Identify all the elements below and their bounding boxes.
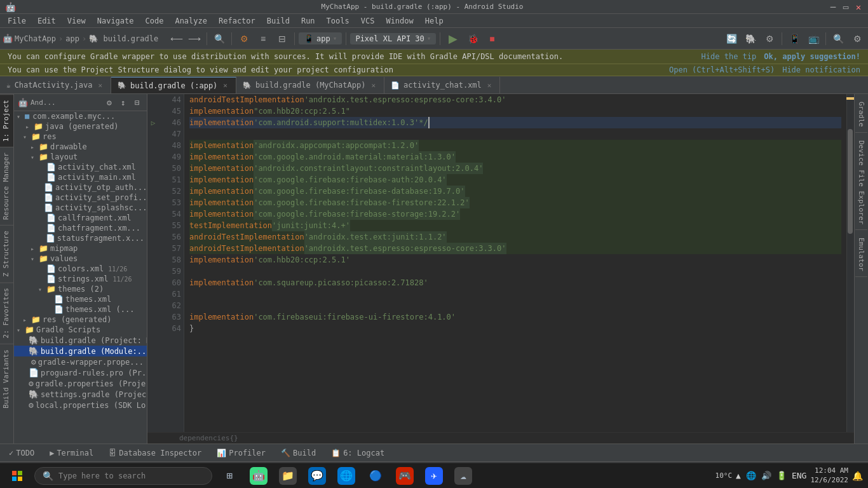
run-button[interactable]: ▶ (444, 30, 462, 48)
toolbar-btn-3[interactable]: ⚙ (236, 30, 252, 47)
taskbar-search-box[interactable]: 🔍 Type here to search (34, 467, 212, 485)
menu-file[interactable]: File (3, 15, 31, 27)
tray-network-icon[interactable]: 🌐 (746, 471, 756, 480)
tab-buildmychat[interactable]: 🐘 build.gradle (MyChatApp) ✕ (236, 77, 384, 93)
tree-item-root[interactable]: ▾■ com.example.myc... (14, 111, 147, 121)
sync-button[interactable]: 🔄 (723, 30, 740, 47)
taskbar-app-chat[interactable]: ✈ (422, 464, 446, 488)
taskbar-app-3[interactable]: 💬 (305, 464, 329, 488)
menu-window[interactable]: Window (381, 15, 418, 27)
tree-item-activity-main[interactable]: ▸📄 activity_main.xml (14, 172, 147, 182)
panel-tab-structure[interactable]: Z Structure (0, 225, 13, 282)
toolbar-btn-5[interactable]: ⊟ (274, 30, 290, 47)
tray-arrow-icon[interactable]: ▲ (736, 471, 741, 480)
tree-item-layout[interactable]: ▾📁 layout (14, 152, 147, 162)
taskbar-app-2[interactable]: 📁 (276, 464, 300, 488)
tab-chatactivity[interactable]: ☕ ChatActivity.java ✕ (0, 77, 111, 93)
bottom-tab-profiler[interactable]: 📊 Profiler (210, 446, 272, 460)
menu-help[interactable]: Help (420, 15, 449, 27)
taskbar-app-game[interactable]: 🎮 (393, 464, 417, 488)
run-config-selector[interactable]: 📱 app ▾ (299, 32, 342, 44)
maximize-button[interactable]: ▭ (841, 3, 850, 11)
tree-item-gradle-wrapper[interactable]: ▸⚙ gradle-wrapper.prope... (14, 356, 147, 367)
tree-item-drawable[interactable]: ▸📁 drawable (14, 142, 147, 152)
menu-refactor[interactable]: Refactor (214, 15, 261, 27)
menu-analyze[interactable]: Analyze (170, 15, 212, 27)
sidebar-settings-btn[interactable]: ⚙ (104, 97, 115, 108)
toolbar-btn-1[interactable]: ⟵ (168, 30, 185, 47)
sdk-button[interactable]: ⚙ (761, 30, 778, 47)
tree-item-gradle-props[interactable]: ▸⚙ gradle.properties (Proje... (14, 378, 147, 389)
tree-item-build-gradle-app[interactable]: ▸🐘 build.gradle (Module:... (14, 346, 147, 356)
tree-item-themes-xml-1[interactable]: ▸📄 themes.xml (14, 294, 147, 304)
hide-tip-link[interactable]: Hide the tip (702, 52, 757, 61)
menu-code[interactable]: Code (140, 15, 169, 27)
menu-view[interactable]: View (62, 15, 91, 27)
taskbar-app-cloud[interactable]: ☁ (451, 464, 475, 488)
breadcrumb-app[interactable]: 🤖 MyChatApp (3, 34, 56, 43)
panel-tab-project[interactable]: 1: Project (0, 94, 13, 147)
tree-item-activity-splash[interactable]: ▸📄 activity_splashsc... (14, 203, 147, 213)
tree-item-strings[interactable]: ▸📄 strings.xml 11/26 (14, 274, 147, 284)
tray-lang-icon[interactable]: ENG (792, 471, 806, 480)
tab-close-chatactivity[interactable]: ✕ (96, 81, 104, 90)
code-area[interactable]: androidTestImplementation 'androidx.test… (184, 94, 846, 444)
tree-item-proguard[interactable]: ▸📄 proguard-rules.pro (Pr... (14, 367, 147, 378)
open-project-structure-link[interactable]: Open (Ctrl+Alt+Shift+S) (669, 65, 775, 74)
minimize-button[interactable]: ─ (829, 3, 837, 11)
menu-edit[interactable]: Edit (32, 15, 61, 27)
taskbar-task-view[interactable]: ⊞ (217, 464, 241, 488)
tab-buildapp[interactable]: 🐘 build.gradle (:app) ✕ (111, 77, 236, 93)
panel-tab-emulator[interactable]: Emulator (855, 233, 867, 277)
panel-tab-resource-manager[interactable]: Resource Manager (0, 147, 13, 225)
menu-build[interactable]: Build (262, 15, 295, 27)
tray-volume-icon[interactable]: 🔊 (761, 471, 771, 480)
panel-tab-gradle[interactable]: Gradle (855, 97, 867, 133)
panel-tab-build-variants[interactable]: Build Variants (0, 344, 13, 414)
tree-item-chatfragment[interactable]: ▸📄 chatfragment.xm... (14, 223, 147, 233)
tree-item-gradle-scripts[interactable]: ▾📁 Gradle Scripts (14, 325, 147, 335)
tree-item-activity-otp[interactable]: ▸📄 activity_otp_auth... (14, 182, 147, 193)
device-manager-btn[interactable]: 📱 (786, 30, 803, 47)
toolbar-btn-search[interactable]: 🔍 (211, 30, 227, 47)
tree-item-mipmap[interactable]: ▸📁 mipmap (14, 243, 147, 254)
gradle-button[interactable]: 🐘 (742, 30, 759, 47)
tree-item-res[interactable]: ▾📁 res (14, 132, 147, 142)
device-selector[interactable]: Pixel XL API 30 ▾ (350, 33, 436, 44)
menu-navigate[interactable]: Navigate (92, 15, 139, 27)
tree-item-res-gen[interactable]: ▸📁 res (generated) (14, 315, 147, 325)
hide-notification-link[interactable]: Hide notification (782, 65, 860, 74)
taskbar-app-edge[interactable]: 🌐 (334, 464, 358, 488)
ok-apply-link[interactable]: Ok, apply suggestion! (764, 52, 860, 61)
bottom-tab-todo[interactable]: ✓ TODO (3, 446, 41, 460)
tree-item-statusfragment[interactable]: ▸📄 statusfragment.x... (14, 233, 147, 243)
find-btn[interactable]: 🔍 (830, 30, 846, 47)
scroll-indicator[interactable] (846, 94, 854, 444)
toolbar-btn-2[interactable]: ⟶ (186, 30, 203, 47)
run-gutter-icon[interactable]: ▷ (151, 119, 156, 127)
tree-item-themes[interactable]: ▾📁 themes (2) (14, 284, 147, 294)
menu-vcs[interactable]: VCS (356, 15, 380, 27)
tree-item-themes-xml-2[interactable]: ▸📄 themes.xml (... (14, 304, 147, 315)
bottom-tab-db-inspector[interactable]: 🗄 Database Inspector (102, 446, 208, 460)
tree-item-settings-gradle[interactable]: ▸🐘 settings.gradle (Project... (14, 389, 147, 400)
tree-item-build-gradle-proj[interactable]: ▸🐘 build.gradle (Project: M... (14, 335, 147, 346)
tree-item-local-props[interactable]: ▸⚙ local.properties (SDK Lo... (14, 400, 147, 410)
settings-btn[interactable]: ⚙ (849, 30, 865, 47)
breadcrumb-module[interactable]: app (65, 34, 79, 43)
breadcrumb-file[interactable]: 🐘 build.gradle (89, 34, 158, 43)
tab-close-activitychat[interactable]: ✕ (485, 81, 494, 90)
panel-tab-favorites[interactable]: 2: Favorites (0, 282, 13, 343)
tray-battery-icon[interactable]: 🔋 (776, 471, 787, 480)
close-button[interactable]: ✕ (854, 3, 863, 11)
menu-run[interactable]: Run (296, 15, 320, 27)
tree-item-activity-chat[interactable]: ▸📄 activity_chat.xml (14, 162, 147, 172)
tab-activitychat[interactable]: 📄 activity_chat.xml ✕ (384, 77, 500, 93)
code-editor[interactable]: ▷ (147, 94, 854, 444)
windows-start-button[interactable] (5, 464, 29, 488)
tree-item-colors[interactable]: ▸📄 colors.xml 11/26 (14, 264, 147, 274)
time-display[interactable]: 12:04 AM 12/6/2022 (810, 466, 848, 485)
stop-button[interactable]: ■ (484, 30, 500, 47)
sidebar-scroll-btn[interactable]: ↕ (118, 97, 129, 108)
menu-tools[interactable]: Tools (322, 15, 355, 27)
